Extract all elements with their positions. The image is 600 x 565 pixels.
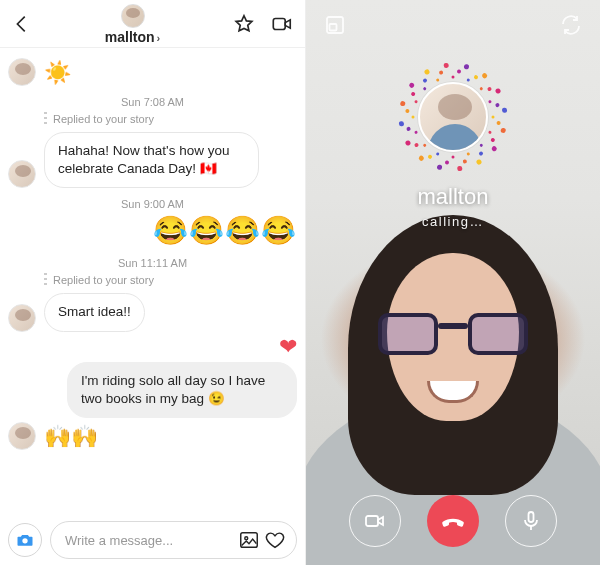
timestamp: Sun 7:08 AM <box>8 96 297 108</box>
phone-hangup-icon <box>440 508 466 534</box>
avatar <box>8 58 36 86</box>
call-pane: mallton calling… <box>306 0 600 565</box>
image-icon <box>238 529 260 551</box>
flip-camera-icon <box>559 13 583 37</box>
calling-ring <box>398 62 508 172</box>
call-bottom-controls <box>306 495 600 547</box>
microphone-icon <box>519 509 543 533</box>
message-row: I'm riding solo all day so I have two bo… <box>8 362 297 418</box>
chat-body: ☀️ Sun 7:08 AM Replied to your story Hah… <box>0 48 305 515</box>
message-input-pill[interactable] <box>50 521 297 559</box>
svg-rect-6 <box>366 516 378 526</box>
message-bubble[interactable]: Smart idea!! <box>44 293 145 331</box>
reaction-row: 🙌🙌 <box>8 422 297 450</box>
dots-icon <box>44 273 47 287</box>
callee-block: mallton calling… <box>306 62 600 229</box>
timestamp: Sun 9:00 AM <box>8 198 297 210</box>
story-reply-group: Replied to your story <box>44 273 297 289</box>
svg-rect-7 <box>529 512 534 522</box>
contact-name: mallton <box>105 29 155 45</box>
heart-icon[interactable]: ❤ <box>279 334 297 360</box>
camera-button[interactable] <box>8 523 42 557</box>
emoji-message[interactable]: 😂😂😂😂 <box>153 214 297 247</box>
call-status: calling… <box>422 214 484 229</box>
message-row: 😂😂😂😂 <box>8 214 297 247</box>
header-avatar <box>121 4 145 28</box>
video-call-button[interactable] <box>269 11 295 37</box>
svg-rect-0 <box>273 18 285 29</box>
story-reply-group: Replied to your story <box>44 112 297 128</box>
callee-name: mallton <box>418 184 489 210</box>
dots-icon <box>44 112 47 126</box>
call-top-controls <box>306 10 600 40</box>
reaction-row: ❤ <box>8 334 297 360</box>
back-button[interactable] <box>10 12 34 36</box>
video-icon <box>271 13 293 35</box>
avatar <box>8 422 36 450</box>
toggle-video-button[interactable] <box>349 495 401 547</box>
svg-point-3 <box>245 537 248 540</box>
camera-icon <box>15 530 35 550</box>
minimize-button[interactable] <box>320 10 350 40</box>
video-icon <box>363 509 387 533</box>
header-actions <box>231 11 295 37</box>
switch-camera-button[interactable] <box>556 10 586 40</box>
composer <box>0 515 305 565</box>
like-button[interactable] <box>262 527 288 553</box>
reply-note-text: Replied to your story <box>53 113 154 125</box>
message-row: Hahaha! Now that's how you celebrate Can… <box>8 132 297 188</box>
svg-rect-5 <box>330 24 337 31</box>
minimize-icon <box>323 13 347 37</box>
hangup-button[interactable] <box>427 495 479 547</box>
chat-title: mallton› <box>105 30 160 44</box>
reaction-emoji: 🙌🙌 <box>44 424 98 450</box>
svg-point-1 <box>22 538 27 543</box>
star-icon <box>233 13 255 35</box>
timestamp: Sun 11:11 AM <box>8 257 297 269</box>
chat-title-button[interactable]: mallton› <box>34 4 231 44</box>
chevron-right-icon: › <box>157 32 161 44</box>
chat-header: mallton› <box>0 0 305 48</box>
mute-button[interactable] <box>505 495 557 547</box>
app-root: mallton› ☀️ Sun 7:08 AM Replied to your … <box>0 0 600 565</box>
avatar <box>8 160 36 188</box>
svg-rect-2 <box>241 533 258 548</box>
favorite-button[interactable] <box>231 11 257 37</box>
message-bubble[interactable]: Hahaha! Now that's how you celebrate Can… <box>44 132 259 188</box>
reaction-row: ☀️ <box>8 58 297 86</box>
avatar <box>8 304 36 332</box>
heart-outline-icon <box>264 529 286 551</box>
callee-avatar <box>418 82 488 152</box>
message-input[interactable] <box>65 533 236 548</box>
gallery-button[interactable] <box>236 527 262 553</box>
dm-pane: mallton› ☀️ Sun 7:08 AM Replied to your … <box>0 0 306 565</box>
reply-note-text: Replied to your story <box>53 274 154 286</box>
reply-note: Replied to your story <box>44 273 297 287</box>
reaction-emoji: ☀️ <box>44 60 71 86</box>
message-bubble-outgoing[interactable]: I'm riding solo all day so I have two bo… <box>67 362 297 418</box>
reply-note: Replied to your story <box>44 112 297 126</box>
message-row: Smart idea!! <box>8 293 297 331</box>
